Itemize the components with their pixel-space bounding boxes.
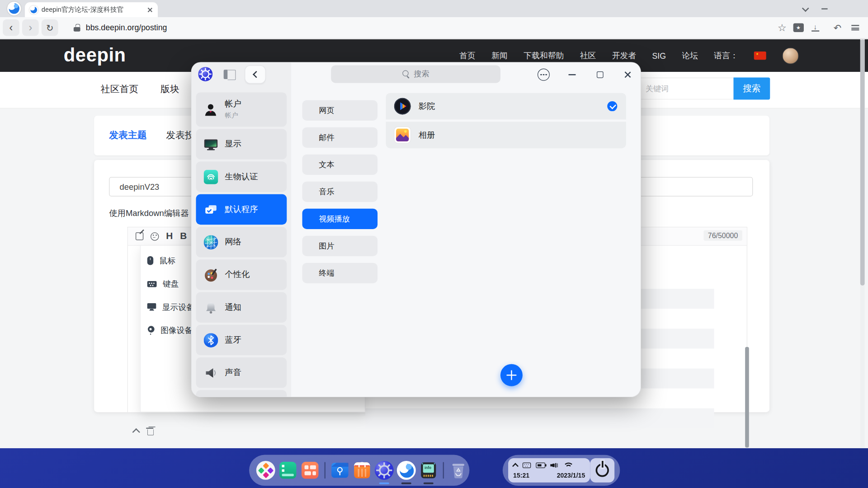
mouse-icon: [147, 256, 153, 265]
cc-close-button[interactable]: [621, 67, 635, 82]
sidebar-item-sound[interactable]: 声音: [196, 357, 287, 388]
sidebar-item-network[interactable]: 网络: [196, 227, 287, 257]
cc-maximize-button[interactable]: [593, 67, 607, 82]
download-button[interactable]: ↓: [811, 24, 819, 32]
active-indicator: [401, 483, 411, 484]
power-button[interactable]: [590, 458, 614, 483]
tray-keyboard-icon[interactable]: [523, 463, 531, 468]
nav-sig[interactable]: SIG: [652, 51, 666, 60]
delete-block-button[interactable]: [146, 427, 153, 435]
subnav-community-home[interactable]: 社区首页: [101, 83, 138, 96]
reload-button[interactable]: ↻: [42, 19, 58, 36]
system-tray-group: 15:21 2023/1/15: [503, 455, 620, 486]
browser-logo-icon: [7, 2, 21, 16]
launcher-icon[interactable]: [256, 460, 276, 480]
sidebar-item-default-apps[interactable]: 默认程序: [196, 194, 287, 225]
user-avatar[interactable]: [783, 47, 799, 64]
cc-sidebar-toggle-button[interactable]: [224, 70, 236, 79]
sidebar-item-display[interactable]: 显示: [196, 129, 287, 159]
category-terminal[interactable]: 终端: [302, 263, 378, 283]
add-app-button[interactable]: [500, 364, 523, 386]
edit-icon[interactable]: [136, 232, 143, 240]
sidebar-item-biometric[interactable]: 生物认证: [196, 162, 287, 192]
tray-time: 15:21: [513, 472, 529, 479]
sidebar-item-accounts[interactable]: 帐户 帐户: [196, 92, 287, 127]
window-minimize-button[interactable]: [821, 8, 827, 9]
tab-list-chevron-button[interactable]: [802, 5, 809, 12]
back-button[interactable]: ‹: [3, 19, 19, 36]
cc-minimize-button[interactable]: [565, 67, 579, 82]
network-icon: [203, 235, 218, 249]
sidebar-item-next-partial[interactable]: [196, 390, 287, 397]
album-app-icon: [394, 126, 411, 144]
movie-app-icon: [394, 98, 411, 115]
browser-url-bar: ‹ › ↻ bbs.deepin.org/posting ☆ ★ ↓ ↶: [0, 17, 868, 39]
nav-home[interactable]: 首页: [459, 50, 476, 61]
tray-battery-icon[interactable]: [536, 463, 545, 468]
app-row-album[interactable]: 相册: [386, 122, 626, 148]
heading-icon[interactable]: H: [166, 231, 173, 242]
file-manager-icon[interactable]: [330, 460, 350, 480]
cc-back-button[interactable]: [245, 65, 266, 83]
bold-icon[interactable]: B: [180, 231, 187, 242]
device-info-icon[interactable]: info: [419, 460, 439, 480]
sidebar-item-personalization[interactable]: 个性化: [196, 259, 287, 290]
forum-brand-logo[interactable]: deepin: [64, 44, 126, 66]
trash-icon[interactable]: [448, 460, 468, 480]
bookmark-star-button[interactable]: ☆: [778, 22, 787, 34]
sidebar-item-notifications[interactable]: 通知: [196, 292, 287, 323]
desktop: deepin官方论坛-深度科技官 ‹ › ↻ bbs.deepin.org/po…: [0, 0, 868, 488]
tray-expand-icon[interactable]: [512, 463, 519, 469]
category-picture[interactable]: 图片: [302, 236, 378, 256]
forum-search-button[interactable]: 搜索: [733, 77, 770, 99]
sidebar-item-bluetooth[interactable]: 蓝牙: [196, 325, 287, 355]
nav-forum[interactable]: 论坛: [682, 50, 698, 61]
keyword-search-input[interactable]: [634, 77, 733, 99]
forward-button[interactable]: ›: [22, 19, 39, 36]
tray-date: 2023/1/15: [557, 472, 585, 479]
default-apps-icon: [203, 202, 218, 217]
dock-browser-icon[interactable]: [396, 460, 416, 480]
category-text[interactable]: 文本: [302, 155, 378, 175]
control-center-window: 搜索 帐户 帐户 显示 生物认证: [191, 62, 641, 397]
category-video[interactable]: 视频播放: [302, 209, 378, 229]
nav-download-help[interactable]: 下载和帮助: [524, 50, 564, 61]
nav-language[interactable]: 语言：: [714, 50, 738, 61]
app-store-icon[interactable]: [352, 460, 372, 480]
page-scrollbar-thumb[interactable]: [860, 39, 865, 286]
nav-developer[interactable]: 开发者: [612, 50, 636, 61]
history-undo-button[interactable]: ↶: [834, 22, 841, 33]
tab-favicon-icon: [29, 5, 38, 14]
nav-community[interactable]: 社区: [580, 50, 596, 61]
tab-publish-topic[interactable]: 发表主题: [109, 129, 146, 141]
tray-wifi-icon[interactable]: [563, 462, 572, 468]
active-tab[interactable]: deepin官方论坛-深度科技官: [25, 2, 158, 17]
bookmarks-library-button[interactable]: ★: [793, 23, 803, 32]
palette-icon: [203, 267, 218, 282]
dock-separator: [443, 462, 444, 479]
system-tray[interactable]: 15:21 2023/1/15: [508, 458, 590, 483]
collapse-chevron-button[interactable]: [133, 429, 139, 435]
char-counter: 76/50000: [703, 230, 742, 240]
app-row-movie[interactable]: 影院: [386, 93, 626, 120]
emoji-icon[interactable]: [151, 232, 159, 240]
search-icon: [402, 70, 410, 78]
cc-search-bar[interactable]: 搜索: [331, 65, 500, 83]
control-center-icon[interactable]: [374, 460, 394, 480]
notes-app-icon[interactable]: [278, 460, 298, 480]
nav-news[interactable]: 新闻: [491, 50, 508, 61]
app-grid-icon[interactable]: [300, 460, 320, 480]
tab-close-button[interactable]: [147, 7, 153, 12]
cc-more-button[interactable]: [537, 67, 551, 82]
category-mail[interactable]: 邮件: [302, 127, 378, 148]
subnav-boards[interactable]: 版块: [160, 83, 179, 96]
tray-volume-icon[interactable]: [550, 462, 558, 469]
category-music[interactable]: 音乐: [302, 182, 378, 202]
speaker-icon: [203, 365, 218, 380]
url-text[interactable]: bbs.deepin.org/posting: [86, 23, 167, 32]
editor-scrollbar[interactable]: [745, 347, 749, 448]
category-web[interactable]: 网页: [302, 100, 378, 121]
browser-menu-button[interactable]: [851, 25, 859, 30]
language-flag-icon[interactable]: [754, 52, 766, 60]
keyboard-icon: [147, 281, 157, 286]
